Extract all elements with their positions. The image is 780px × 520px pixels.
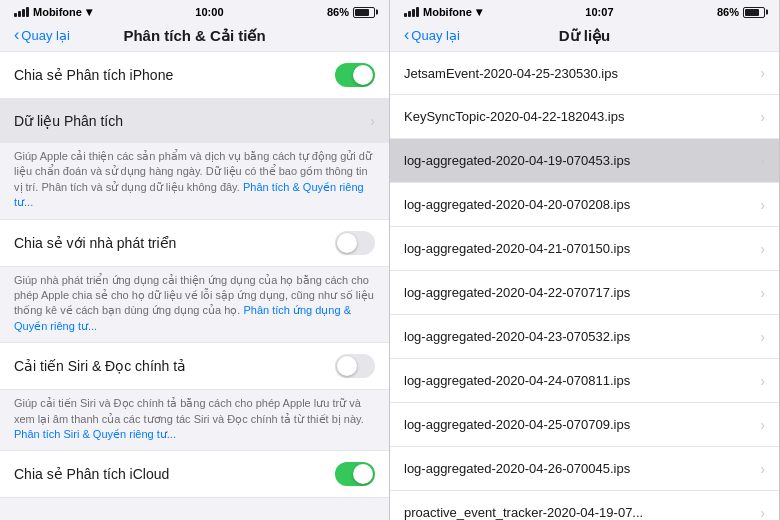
data-list-item-label: log-aggregated-2020-04-19-070453.ips xyxy=(404,153,760,168)
chevron-right-icon: › xyxy=(760,285,765,301)
nav-bar-right: ‹ Quay lại Dữ liệu xyxy=(390,22,779,51)
data-list-item[interactable]: log-aggregated-2020-04-24-070811.ips› xyxy=(390,359,779,403)
chevron-right-icon: › xyxy=(760,461,765,477)
siri-dictation-row[interactable]: Cải tiến Siri & Đọc chính tả xyxy=(0,342,389,390)
nav-title-right: Dữ liệu xyxy=(559,27,611,45)
left-panel: Mobifone ▾ 10:00 86% ‹ Quay lại Phân tíc… xyxy=(0,0,390,520)
signal-icon xyxy=(14,7,29,17)
time-label-right: 10:07 xyxy=(585,6,613,18)
back-label-right: Quay lại xyxy=(411,28,459,43)
nav-bar-left: ‹ Quay lại Phân tích & Cải tiến xyxy=(0,22,389,51)
data-list-item-label: log-aggregated-2020-04-25-070709.ips xyxy=(404,417,760,432)
chevron-right-icon: › xyxy=(760,153,765,169)
siri-dictation-label: Cải tiến Siri & Đọc chính tả xyxy=(14,358,335,374)
desc1: Giúp Apple cải thiện các sản phẩm và dịc… xyxy=(0,143,389,219)
data-list-item-label: JetsamEvent-2020-04-25-230530.ips xyxy=(404,66,760,81)
chevron-right-icon: › xyxy=(760,65,765,81)
chevron-right-icon: › xyxy=(760,197,765,213)
data-list-item[interactable]: log-aggregated-2020-04-20-070208.ips› xyxy=(390,183,779,227)
data-list-item[interactable]: log-aggregated-2020-04-26-070045.ips› xyxy=(390,447,779,491)
share-icloud-row[interactable]: Chia sẻ Phân tích iCloud xyxy=(0,450,389,498)
data-list-item[interactable]: log-aggregated-2020-04-22-070717.ips› xyxy=(390,271,779,315)
settings-content: Chia sẻ Phân tích iPhone Dữ liệu Phân tí… xyxy=(0,51,389,520)
share-icloud-toggle[interactable] xyxy=(335,462,375,486)
back-button-right[interactable]: ‹ Quay lại xyxy=(404,28,460,43)
analytics-data-row[interactable]: Dữ liệu Phân tích › xyxy=(0,99,389,143)
chevron-right-icon: › xyxy=(760,373,765,389)
share-developer-row[interactable]: Chia sẻ với nhà phát triển xyxy=(0,219,389,267)
signal-icon-right xyxy=(404,7,419,17)
battery-icon-right xyxy=(743,7,765,18)
share-icloud-label: Chia sẻ Phân tích iCloud xyxy=(14,466,335,482)
share-analytics-label: Chia sẻ Phân tích iPhone xyxy=(14,67,335,83)
back-chevron-icon: ‹ xyxy=(14,27,19,43)
data-list: JetsamEvent-2020-04-25-230530.ips›KeySyn… xyxy=(390,51,779,520)
wifi-icon: ▾ xyxy=(86,5,92,19)
battery-percent-right: 86% xyxy=(717,6,739,18)
data-list-item-label: log-aggregated-2020-04-23-070532.ips xyxy=(404,329,760,344)
desc2: Giúp nhà phát triển ứng dụng cải thiện ứ… xyxy=(0,267,389,343)
wifi-icon-right: ▾ xyxy=(476,5,482,19)
data-list-item-label: proactive_event_tracker-2020-04-19-07... xyxy=(404,505,760,520)
data-list-item-label: log-aggregated-2020-04-26-070045.ips xyxy=(404,461,760,476)
data-list-item[interactable]: proactive_event_tracker-2020-04-19-07...… xyxy=(390,491,779,520)
chevron-right-icon: › xyxy=(370,113,375,129)
share-developer-toggle[interactable] xyxy=(335,231,375,255)
data-list-item-label: log-aggregated-2020-04-22-070717.ips xyxy=(404,285,760,300)
data-list-item-label: KeySyncTopic-2020-04-22-182043.ips xyxy=(404,109,760,124)
data-list-item[interactable]: JetsamEvent-2020-04-25-230530.ips› xyxy=(390,51,779,95)
right-panel: Mobifone ▾ 10:07 86% ‹ Quay lại Dữ liệu … xyxy=(390,0,780,520)
analytics-data-label: Dữ liệu Phân tích xyxy=(14,113,370,129)
status-bar-left: Mobifone ▾ 10:00 86% xyxy=(0,0,389,22)
carrier-label-right: Mobifone xyxy=(423,6,472,18)
share-analytics-row[interactable]: Chia sẻ Phân tích iPhone xyxy=(0,51,389,99)
status-bar-right: Mobifone ▾ 10:07 86% xyxy=(390,0,779,22)
chevron-right-icon: › xyxy=(760,417,765,433)
data-list-item[interactable]: log-aggregated-2020-04-25-070709.ips› xyxy=(390,403,779,447)
desc2-link2[interactable]: riêng tư... xyxy=(50,320,97,332)
share-developer-label: Chia sẻ với nhà phát triển xyxy=(14,235,335,251)
desc3-link[interactable]: Phân tích Siri & Quyền riêng tư... xyxy=(14,428,176,440)
data-list-item-label: log-aggregated-2020-04-24-070811.ips xyxy=(404,373,760,388)
back-chevron-icon-right: ‹ xyxy=(404,27,409,43)
data-list-item[interactable]: log-aggregated-2020-04-23-070532.ips› xyxy=(390,315,779,359)
data-list-item-label: log-aggregated-2020-04-21-070150.ips xyxy=(404,241,760,256)
back-button-left[interactable]: ‹ Quay lại xyxy=(14,28,70,43)
data-list-item-label: log-aggregated-2020-04-20-070208.ips xyxy=(404,197,760,212)
data-list-item[interactable]: log-aggregated-2020-04-19-070453.ips› xyxy=(390,139,779,183)
chevron-right-icon: › xyxy=(760,505,765,521)
time-label: 10:00 xyxy=(195,6,223,18)
nav-title-left: Phân tích & Cải tiến xyxy=(123,27,265,45)
chevron-right-icon: › xyxy=(760,241,765,257)
chevron-right-icon: › xyxy=(760,329,765,345)
battery-icon xyxy=(353,7,375,18)
desc3: Giúp cải tiến Siri và Đọc chính tả bằng … xyxy=(0,390,389,450)
data-list-item[interactable]: log-aggregated-2020-04-21-070150.ips› xyxy=(390,227,779,271)
data-list-item[interactable]: KeySyncTopic-2020-04-22-182043.ips› xyxy=(390,95,779,139)
chevron-right-icon: › xyxy=(760,109,765,125)
siri-dictation-toggle[interactable] xyxy=(335,354,375,378)
carrier-label: Mobifone xyxy=(33,6,82,18)
back-label-left: Quay lại xyxy=(21,28,69,43)
battery-percent: 86% xyxy=(327,6,349,18)
share-analytics-toggle[interactable] xyxy=(335,63,375,87)
